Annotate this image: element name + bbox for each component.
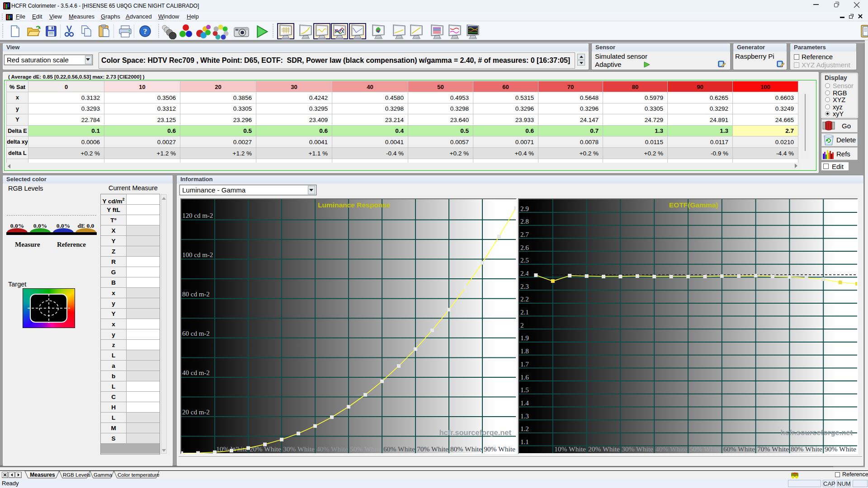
svg-text:2.1: 2.1 (520, 309, 529, 316)
svg-text:hcfr.sourceforge.net: hcfr.sourceforge.net (439, 428, 511, 436)
svg-text:40% White: 40% White (656, 445, 687, 453)
svg-text:2.2: 2.2 (520, 296, 529, 303)
svg-text:2.7: 2.7 (520, 231, 529, 238)
svg-text:1.1: 1.1 (520, 438, 529, 446)
svg-text:2.5: 2.5 (520, 257, 529, 264)
svg-text:60 cd m-2: 60 cd m-2 (182, 330, 210, 337)
svg-text:2.3: 2.3 (520, 283, 529, 290)
svg-text:2.9: 2.9 (520, 205, 529, 212)
svg-text:90% White: 90% White (484, 445, 515, 453)
svg-text:20 cd m-2: 20 cd m-2 (182, 408, 210, 416)
svg-text:EOTF(Gamma): EOTF(Gamma) (669, 201, 718, 209)
svg-text:1.4: 1.4 (520, 399, 529, 407)
svg-text:2.6: 2.6 (520, 244, 529, 251)
svg-text:60% White: 60% White (723, 445, 755, 453)
svg-text:1.7: 1.7 (520, 361, 529, 368)
svg-text:?: ? (143, 27, 147, 36)
svg-text:80% White: 80% White (450, 445, 482, 453)
svg-text:40 cd m-2: 40 cd m-2 (182, 369, 210, 376)
svg-text:70% White: 70% White (417, 445, 448, 453)
svg-text:120 cd m-2: 120 cd m-2 (182, 212, 213, 219)
svg-text:50% White: 50% White (350, 445, 382, 453)
svg-text:80 cd m-2: 80 cd m-2 (182, 291, 210, 298)
svg-text:30% White: 30% White (622, 445, 653, 453)
svg-text:30% White: 30% White (283, 445, 315, 453)
svg-text:50% White: 50% White (689, 445, 721, 453)
svg-text:60% White: 60% White (383, 445, 415, 453)
svg-text:1.8: 1.8 (520, 347, 529, 355)
svg-text:1.9: 1.9 (520, 334, 529, 342)
svg-text:Luminance Response: Luminance Response (318, 201, 391, 209)
svg-text:1.2: 1.2 (520, 425, 529, 432)
svg-text:1.6: 1.6 (520, 374, 529, 381)
svg-text:1.5: 1.5 (520, 386, 529, 394)
svg-text:80% White: 80% White (791, 445, 822, 453)
svg-text:40% White: 40% White (316, 445, 348, 453)
svg-text:100 cd m-2: 100 cd m-2 (182, 251, 213, 258)
svg-text:2: 2 (520, 322, 524, 329)
svg-text:2.4: 2.4 (520, 270, 529, 277)
svg-text:2.8: 2.8 (520, 218, 529, 225)
svg-text:20% White: 20% White (250, 445, 281, 453)
svg-text:90% White: 90% White (825, 445, 856, 453)
svg-text:hcfr.sourceforge.net: hcfr.sourceforge.net (780, 428, 853, 436)
svg-text:70% White: 70% White (757, 445, 789, 453)
svg-text:1.3: 1.3 (520, 413, 529, 420)
svg-text:20% White: 20% White (588, 445, 620, 453)
svg-text:10% White: 10% White (554, 445, 586, 453)
